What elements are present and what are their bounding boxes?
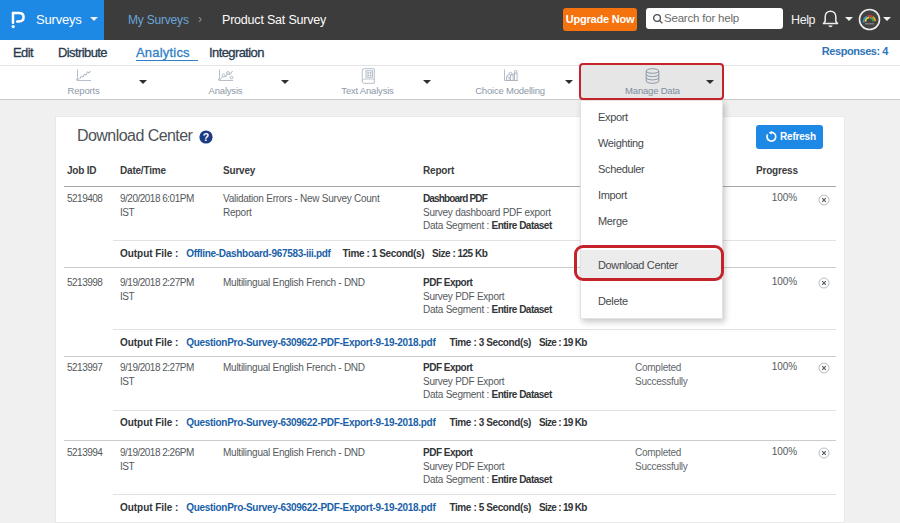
svg-text:?: ? xyxy=(203,131,209,143)
